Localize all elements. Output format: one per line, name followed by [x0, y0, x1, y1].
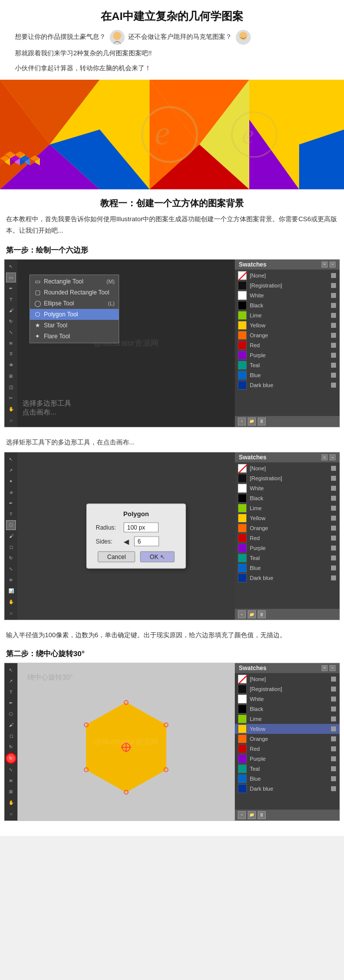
swatch-item[interactable]: Black — [235, 704, 340, 714]
swatch-item[interactable]: White — [235, 694, 340, 704]
tb3-mesh[interactable]: ⊞ — [6, 787, 16, 797]
swatch-item[interactable]: Teal — [235, 360, 340, 370]
swatch-item[interactable]: Blue — [235, 563, 340, 573]
swatch-item[interactable]: Dark blue — [235, 573, 340, 583]
tool-rectangle[interactable]: ▭ Rectangle Tool (M) — [30, 276, 119, 287]
swatch-item[interactable]: Yellow — [235, 724, 340, 734]
swatch-item[interactable]: [None] — [235, 271, 340, 280]
ok-button[interactable]: OK ↖ — [140, 552, 174, 562]
tb2-shape[interactable]: ⬡ — [6, 520, 16, 530]
swatch-item[interactable]: Blue — [235, 774, 340, 784]
tb2-paint[interactable]: 🖌 — [6, 531, 16, 541]
tb2-chart[interactable]: 📊 — [6, 586, 16, 596]
swatch-item[interactable]: Lime — [235, 714, 340, 724]
swatch-item[interactable]: [Registration] — [235, 684, 340, 694]
swatch-item[interactable]: White — [235, 483, 340, 493]
swatch-item[interactable]: Red — [235, 744, 340, 754]
tb2-text[interactable]: T — [6, 509, 16, 519]
toolbar-text-icon[interactable]: T — [6, 294, 16, 304]
toolbar-pen-icon[interactable]: ✒ — [6, 283, 16, 293]
tb3-text[interactable]: T — [6, 687, 16, 697]
tb3-scale2[interactable]: ⤡ — [6, 765, 16, 775]
swatch-folder-btn[interactable]: 📁 — [248, 418, 256, 425]
swatch-item[interactable]: [Registration] — [235, 473, 340, 483]
toolbar-blend-icon[interactable]: ⧖ — [6, 349, 16, 359]
tool-ellipse[interactable]: ◯ Ellipse Tool (L) — [30, 298, 119, 309]
swatch-new-btn[interactable]: + — [238, 418, 246, 425]
swatch-item[interactable]: [None] — [235, 463, 340, 473]
swatch-item[interactable]: Red — [235, 533, 340, 543]
tb2-arrow[interactable]: ↖ — [6, 454, 16, 464]
sides-input[interactable] — [134, 537, 159, 547]
swatch-item[interactable]: Yellow — [235, 513, 340, 523]
cancel-button[interactable]: Cancel — [98, 552, 135, 562]
toolbar-mesh-icon[interactable]: ⊞ — [6, 371, 16, 381]
swatches-menu-icon[interactable]: ≡ — [322, 262, 328, 268]
swatch2-del[interactable]: 🗑 — [258, 610, 266, 618]
swatches2-close[interactable]: × — [330, 454, 336, 460]
tb2-rotate[interactable]: ↻ — [6, 553, 16, 563]
swatch-item[interactable]: Purple — [235, 350, 340, 360]
swatch-item[interactable]: Red — [235, 340, 340, 350]
tb2-direct[interactable]: ↗ — [6, 465, 16, 475]
tb2-eraser[interactable]: ◻ — [6, 542, 16, 552]
swatch-item[interactable]: Purple — [235, 754, 340, 764]
tb3-rotate-active[interactable]: ↻ — [5, 753, 16, 764]
tb2-lasso[interactable]: ⌀ — [6, 487, 16, 497]
tool-flare[interactable]: ✦ Flare Tool — [30, 331, 119, 342]
tb3-eraser2[interactable]: ◻ — [6, 731, 16, 741]
tb3-pen[interactable]: ✒ — [6, 698, 16, 708]
swatch-item[interactable]: Dark blue — [235, 784, 340, 794]
swatch-item[interactable]: Orange — [235, 523, 340, 533]
tool-star[interactable]: ★ Star Tool — [30, 320, 119, 331]
swatches2-menu[interactable]: ≡ — [322, 454, 328, 460]
tb3-paint2[interactable]: 🖌 — [6, 720, 16, 730]
swatch2-folder[interactable]: 📁 — [248, 610, 256, 618]
toolbar-scale-icon[interactable]: ⤡ — [6, 327, 16, 337]
swatches3-close[interactable]: × — [330, 665, 336, 671]
tb3-warp2[interactable]: ≋ — [6, 776, 16, 786]
tb3-hand2[interactable]: ✋ — [6, 798, 16, 808]
swatch-item[interactable]: White — [235, 290, 340, 300]
tb2-pen[interactable]: ✒ — [6, 498, 16, 508]
swatch-item[interactable]: Black — [235, 493, 340, 503]
tool-rounded-rect[interactable]: ▢ Rounded Rectangle Tool — [30, 287, 119, 298]
tb3-zoom2[interactable]: ⌕ — [6, 809, 16, 819]
swatch-item[interactable]: Orange — [235, 734, 340, 744]
tb3-direct[interactable]: ↗ — [6, 676, 16, 686]
sides-stepper-down[interactable]: ◀ — [124, 538, 129, 546]
swatch-delete-btn[interactable]: 🗑 — [258, 418, 266, 425]
toolbar-gradient-icon[interactable]: ◫ — [6, 382, 16, 392]
radius-input[interactable] — [124, 523, 159, 533]
toolbar-arrow-icon[interactable]: ↖ — [6, 262, 16, 272]
tb2-zoom[interactable]: ⌕ — [6, 608, 16, 618]
swatch-item[interactable]: Lime — [235, 503, 340, 513]
swatch-item[interactable]: [Registration] — [235, 280, 340, 290]
swatch-item[interactable]: Lime — [235, 310, 340, 320]
swatch-item[interactable]: Orange — [235, 330, 340, 340]
tool-polygon[interactable]: ⬡ Polygon Tool — [30, 309, 119, 320]
swatch3-new[interactable]: + — [238, 811, 246, 819]
swatch3-del[interactable]: 🗑 — [258, 811, 266, 819]
toolbar-scissors-icon[interactable]: ✂ — [6, 393, 16, 403]
toolbar-eye-icon[interactable]: 👁 — [6, 360, 16, 370]
swatch-item[interactable]: Teal — [235, 764, 340, 774]
tb3-rotate2[interactable]: ↻ — [6, 742, 16, 752]
swatch-item[interactable]: Blue — [235, 370, 340, 380]
tb3-shape2[interactable]: ⬡ — [6, 709, 16, 719]
swatch-item[interactable]: Yellow — [235, 320, 340, 330]
tb3-arrow[interactable]: ↖ — [6, 665, 16, 675]
tb2-hand[interactable]: ✋ — [6, 597, 16, 607]
swatch-item[interactable]: Purple — [235, 543, 340, 553]
toolbar-warp-icon[interactable]: ≋ — [6, 338, 16, 348]
toolbar-paint-icon[interactable]: 🖌 — [6, 305, 16, 315]
swatch3-folder[interactable]: 📁 — [248, 811, 256, 819]
swatches3-menu[interactable]: ≡ — [322, 665, 328, 671]
toolbar-rotate-icon[interactable]: ↻ — [6, 316, 16, 326]
toolbar-zoom-icon[interactable]: ⌕ — [6, 415, 16, 425]
tb2-scale[interactable]: ⤡ — [6, 564, 16, 574]
swatch-item[interactable]: Black — [235, 300, 340, 310]
swatch2-new[interactable]: + — [238, 610, 246, 618]
toolbar-rect-icon[interactable]: ▭ — [6, 273, 16, 282]
swatches-close-icon[interactable]: × — [330, 262, 336, 268]
